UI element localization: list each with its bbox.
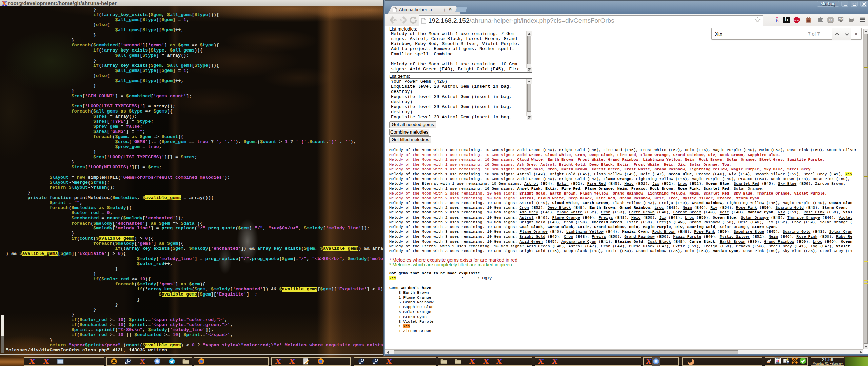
svg-text:as: as xyxy=(829,18,832,22)
svg-text:ABP: ABP xyxy=(794,19,799,21)
svg-text:CSS: CSS xyxy=(839,18,843,20)
